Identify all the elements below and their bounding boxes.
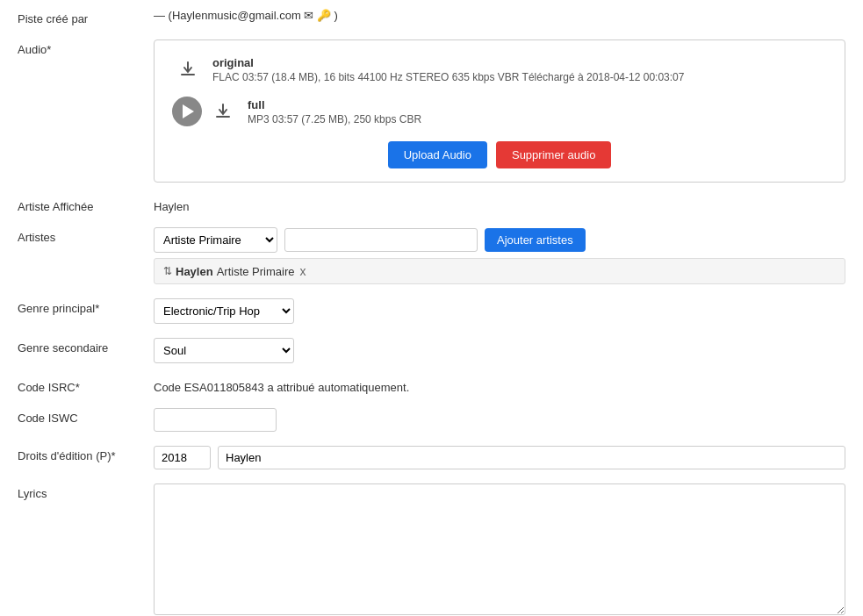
label-artistes: Artistes xyxy=(18,227,154,244)
artist-tag-row: ⇅ Haylen Artiste Primaire x xyxy=(154,258,845,284)
audio-full-filename: full xyxy=(248,98,421,111)
play-triangle-icon xyxy=(183,104,194,118)
label-genre-secondaire: Genre secondaire xyxy=(18,338,154,355)
artistes-section: Artiste Primaire Artiste Secondaire Feat… xyxy=(154,227,845,284)
iswc-input[interactable] xyxy=(154,408,277,432)
download-full-icon[interactable] xyxy=(207,96,239,127)
artist-name-input[interactable] xyxy=(284,228,478,252)
artist-tag-close-button[interactable]: x xyxy=(298,264,308,278)
audio-buttons-row: Upload Audio Supprimer audio xyxy=(172,141,827,168)
artist-tag: ⇅ Haylen Artiste Primaire x xyxy=(163,264,308,278)
audio-full-info: full MP3 03:57 (7.25 MB), 250 kbps CBR xyxy=(248,98,421,125)
artiste-affichee-value: Haylen xyxy=(154,197,845,213)
audio-original-row: original FLAC 03:57 (18.4 MB), 16 bits 4… xyxy=(172,54,827,85)
label-piste-cree-par: Piste créé par xyxy=(18,9,154,25)
audio-section: original FLAC 03:57 (18.4 MB), 16 bits 4… xyxy=(154,39,845,183)
add-artist-button[interactable]: Ajouter artistes xyxy=(485,228,586,252)
audio-full-row: full MP3 03:57 (7.25 MB), 250 kbps CBR xyxy=(172,96,827,127)
label-code-isrc: Code ISRC* xyxy=(18,377,154,394)
label-lyrics: Lyrics xyxy=(18,483,154,500)
label-genre-principal: Genre principal* xyxy=(18,298,154,315)
audio-original-info: original FLAC 03:57 (18.4 MB), 16 bits 4… xyxy=(212,56,684,83)
audio-original-filename: original xyxy=(212,56,684,69)
iswc-field xyxy=(154,408,845,432)
delete-audio-button[interactable]: Supprimer audio xyxy=(496,141,611,168)
genre-principal-field: Electronic/Trip Hop Soul Rock Jazz Pop xyxy=(154,298,845,324)
label-droits: Droits d'édition (P)* xyxy=(18,446,154,462)
lyrics-field xyxy=(154,483,845,616)
download-original-icon[interactable] xyxy=(172,54,204,85)
rights-row xyxy=(154,446,845,469)
full-audio-icons xyxy=(172,96,239,127)
rights-year-input[interactable] xyxy=(154,446,211,469)
artist-tag-type: Artiste Primaire xyxy=(217,265,295,278)
audio-original-details: FLAC 03:57 (18.4 MB), 16 bits 44100 Hz S… xyxy=(212,71,684,83)
audio-box: original FLAC 03:57 (18.4 MB), 16 bits 4… xyxy=(154,39,845,183)
piste-email: — (Haylenmusic@gmail.com ✉ 🔑 ) xyxy=(154,9,338,22)
rights-name-input[interactable] xyxy=(218,446,845,469)
lyrics-textarea[interactable] xyxy=(154,483,845,615)
label-code-iswc: Code ISWC xyxy=(18,408,154,425)
droits-field xyxy=(154,446,845,469)
piste-cree-par-value: — (Haylenmusic@gmail.com ✉ 🔑 ) xyxy=(154,9,845,22)
isrc-value: Code ESA011805843 a attribué automatique… xyxy=(154,377,845,394)
upload-audio-button[interactable]: Upload Audio xyxy=(388,141,487,168)
artist-sort-icon: ⇅ xyxy=(163,265,172,277)
genre-secondaire-field: Soul Electronic/Trip Hop Rock Jazz Pop xyxy=(154,338,845,363)
artists-input-row: Artiste Primaire Artiste Secondaire Feat… xyxy=(154,227,845,253)
play-full-button[interactable] xyxy=(172,97,202,126)
artist-tag-name: Haylen xyxy=(176,265,213,278)
genre-secondaire-select[interactable]: Soul Electronic/Trip Hop Rock Jazz Pop xyxy=(154,338,294,363)
label-audio: Audio* xyxy=(18,39,154,56)
audio-full-details: MP3 03:57 (7.25 MB), 250 kbps CBR xyxy=(248,113,421,125)
artist-type-select[interactable]: Artiste Primaire Artiste Secondaire Feat… xyxy=(154,227,277,253)
genre-principal-select[interactable]: Electronic/Trip Hop Soul Rock Jazz Pop xyxy=(154,298,294,324)
label-artiste-affichee: Artiste Affichée xyxy=(18,197,154,213)
